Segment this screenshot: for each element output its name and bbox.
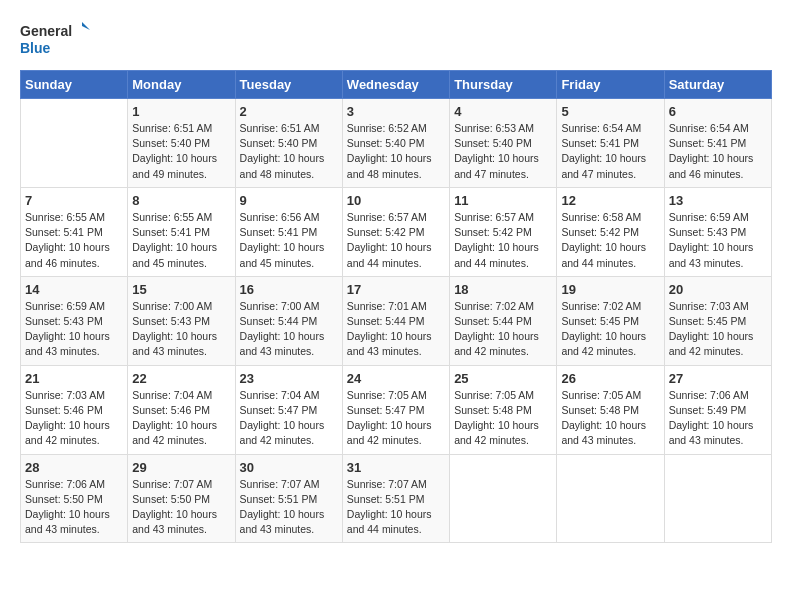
day-info: Sunrise: 6:55 AM Sunset: 5:41 PM Dayligh…	[25, 210, 123, 271]
calendar-cell: 13Sunrise: 6:59 AM Sunset: 5:43 PM Dayli…	[664, 187, 771, 276]
day-number: 15	[132, 282, 230, 297]
day-number: 22	[132, 371, 230, 386]
svg-marker-2	[82, 22, 90, 30]
day-info: Sunrise: 7:00 AM Sunset: 5:43 PM Dayligh…	[132, 299, 230, 360]
day-number: 13	[669, 193, 767, 208]
calendar-cell: 14Sunrise: 6:59 AM Sunset: 5:43 PM Dayli…	[21, 276, 128, 365]
day-info: Sunrise: 6:56 AM Sunset: 5:41 PM Dayligh…	[240, 210, 338, 271]
calendar-cell	[450, 454, 557, 543]
svg-text:General: General	[20, 23, 72, 39]
calendar-week-4: 21Sunrise: 7:03 AM Sunset: 5:46 PM Dayli…	[21, 365, 772, 454]
calendar-cell: 24Sunrise: 7:05 AM Sunset: 5:47 PM Dayli…	[342, 365, 449, 454]
day-info: Sunrise: 7:02 AM Sunset: 5:44 PM Dayligh…	[454, 299, 552, 360]
calendar-cell: 8Sunrise: 6:55 AM Sunset: 5:41 PM Daylig…	[128, 187, 235, 276]
calendar-cell: 22Sunrise: 7:04 AM Sunset: 5:46 PM Dayli…	[128, 365, 235, 454]
calendar-cell	[557, 454, 664, 543]
calendar-table: SundayMondayTuesdayWednesdayThursdayFrid…	[20, 70, 772, 543]
day-number: 5	[561, 104, 659, 119]
calendar-cell: 31Sunrise: 7:07 AM Sunset: 5:51 PM Dayli…	[342, 454, 449, 543]
calendar-cell: 15Sunrise: 7:00 AM Sunset: 5:43 PM Dayli…	[128, 276, 235, 365]
day-number: 29	[132, 460, 230, 475]
calendar-cell: 5Sunrise: 6:54 AM Sunset: 5:41 PM Daylig…	[557, 99, 664, 188]
calendar-header-tuesday: Tuesday	[235, 71, 342, 99]
day-info: Sunrise: 7:07 AM Sunset: 5:51 PM Dayligh…	[240, 477, 338, 538]
calendar-header-monday: Monday	[128, 71, 235, 99]
calendar-cell: 2Sunrise: 6:51 AM Sunset: 5:40 PM Daylig…	[235, 99, 342, 188]
day-info: Sunrise: 7:04 AM Sunset: 5:47 PM Dayligh…	[240, 388, 338, 449]
day-number: 14	[25, 282, 123, 297]
day-info: Sunrise: 6:51 AM Sunset: 5:40 PM Dayligh…	[132, 121, 230, 182]
day-info: Sunrise: 7:07 AM Sunset: 5:51 PM Dayligh…	[347, 477, 445, 538]
day-number: 2	[240, 104, 338, 119]
day-number: 30	[240, 460, 338, 475]
day-number: 23	[240, 371, 338, 386]
calendar-cell: 10Sunrise: 6:57 AM Sunset: 5:42 PM Dayli…	[342, 187, 449, 276]
day-number: 26	[561, 371, 659, 386]
calendar-header-saturday: Saturday	[664, 71, 771, 99]
day-number: 31	[347, 460, 445, 475]
day-number: 27	[669, 371, 767, 386]
calendar-cell: 26Sunrise: 7:05 AM Sunset: 5:48 PM Dayli…	[557, 365, 664, 454]
calendar-cell: 4Sunrise: 6:53 AM Sunset: 5:40 PM Daylig…	[450, 99, 557, 188]
calendar-cell: 28Sunrise: 7:06 AM Sunset: 5:50 PM Dayli…	[21, 454, 128, 543]
day-info: Sunrise: 7:03 AM Sunset: 5:45 PM Dayligh…	[669, 299, 767, 360]
calendar-cell: 9Sunrise: 6:56 AM Sunset: 5:41 PM Daylig…	[235, 187, 342, 276]
day-number: 16	[240, 282, 338, 297]
day-info: Sunrise: 6:59 AM Sunset: 5:43 PM Dayligh…	[25, 299, 123, 360]
day-number: 1	[132, 104, 230, 119]
day-info: Sunrise: 7:06 AM Sunset: 5:50 PM Dayligh…	[25, 477, 123, 538]
day-number: 18	[454, 282, 552, 297]
day-number: 28	[25, 460, 123, 475]
day-info: Sunrise: 6:59 AM Sunset: 5:43 PM Dayligh…	[669, 210, 767, 271]
day-number: 6	[669, 104, 767, 119]
day-info: Sunrise: 7:07 AM Sunset: 5:50 PM Dayligh…	[132, 477, 230, 538]
day-info: Sunrise: 7:02 AM Sunset: 5:45 PM Dayligh…	[561, 299, 659, 360]
calendar-cell: 20Sunrise: 7:03 AM Sunset: 5:45 PM Dayli…	[664, 276, 771, 365]
day-number: 24	[347, 371, 445, 386]
day-number: 4	[454, 104, 552, 119]
calendar-header-row: SundayMondayTuesdayWednesdayThursdayFrid…	[21, 71, 772, 99]
calendar-cell: 23Sunrise: 7:04 AM Sunset: 5:47 PM Dayli…	[235, 365, 342, 454]
calendar-header-thursday: Thursday	[450, 71, 557, 99]
day-info: Sunrise: 6:53 AM Sunset: 5:40 PM Dayligh…	[454, 121, 552, 182]
day-info: Sunrise: 7:01 AM Sunset: 5:44 PM Dayligh…	[347, 299, 445, 360]
calendar-cell: 21Sunrise: 7:03 AM Sunset: 5:46 PM Dayli…	[21, 365, 128, 454]
calendar-cell: 12Sunrise: 6:58 AM Sunset: 5:42 PM Dayli…	[557, 187, 664, 276]
page-header: General Blue	[20, 20, 772, 60]
day-info: Sunrise: 7:05 AM Sunset: 5:48 PM Dayligh…	[561, 388, 659, 449]
day-number: 21	[25, 371, 123, 386]
day-number: 3	[347, 104, 445, 119]
day-number: 17	[347, 282, 445, 297]
calendar-cell: 6Sunrise: 6:54 AM Sunset: 5:41 PM Daylig…	[664, 99, 771, 188]
day-number: 11	[454, 193, 552, 208]
day-info: Sunrise: 7:00 AM Sunset: 5:44 PM Dayligh…	[240, 299, 338, 360]
calendar-cell: 29Sunrise: 7:07 AM Sunset: 5:50 PM Dayli…	[128, 454, 235, 543]
day-number: 8	[132, 193, 230, 208]
calendar-cell: 18Sunrise: 7:02 AM Sunset: 5:44 PM Dayli…	[450, 276, 557, 365]
calendar-cell: 30Sunrise: 7:07 AM Sunset: 5:51 PM Dayli…	[235, 454, 342, 543]
calendar-cell	[21, 99, 128, 188]
calendar-cell: 3Sunrise: 6:52 AM Sunset: 5:40 PM Daylig…	[342, 99, 449, 188]
day-info: Sunrise: 7:05 AM Sunset: 5:47 PM Dayligh…	[347, 388, 445, 449]
calendar-cell: 1Sunrise: 6:51 AM Sunset: 5:40 PM Daylig…	[128, 99, 235, 188]
day-number: 7	[25, 193, 123, 208]
day-info: Sunrise: 7:03 AM Sunset: 5:46 PM Dayligh…	[25, 388, 123, 449]
day-info: Sunrise: 7:04 AM Sunset: 5:46 PM Dayligh…	[132, 388, 230, 449]
calendar-cell: 11Sunrise: 6:57 AM Sunset: 5:42 PM Dayli…	[450, 187, 557, 276]
day-info: Sunrise: 6:58 AM Sunset: 5:42 PM Dayligh…	[561, 210, 659, 271]
day-info: Sunrise: 6:52 AM Sunset: 5:40 PM Dayligh…	[347, 121, 445, 182]
day-number: 20	[669, 282, 767, 297]
calendar-cell: 17Sunrise: 7:01 AM Sunset: 5:44 PM Dayli…	[342, 276, 449, 365]
day-info: Sunrise: 6:51 AM Sunset: 5:40 PM Dayligh…	[240, 121, 338, 182]
day-number: 10	[347, 193, 445, 208]
day-info: Sunrise: 6:55 AM Sunset: 5:41 PM Dayligh…	[132, 210, 230, 271]
day-info: Sunrise: 6:54 AM Sunset: 5:41 PM Dayligh…	[669, 121, 767, 182]
calendar-week-5: 28Sunrise: 7:06 AM Sunset: 5:50 PM Dayli…	[21, 454, 772, 543]
calendar-week-3: 14Sunrise: 6:59 AM Sunset: 5:43 PM Dayli…	[21, 276, 772, 365]
day-number: 9	[240, 193, 338, 208]
calendar-header-friday: Friday	[557, 71, 664, 99]
calendar-header-wednesday: Wednesday	[342, 71, 449, 99]
logo-svg: General Blue	[20, 20, 90, 60]
logo: General Blue	[20, 20, 90, 60]
day-number: 19	[561, 282, 659, 297]
